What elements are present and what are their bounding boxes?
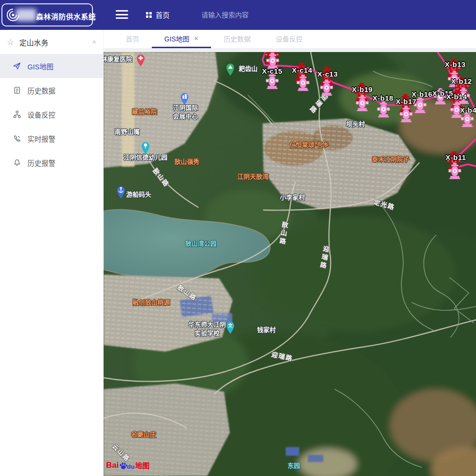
bell-icon — [13, 159, 21, 167]
tab-1[interactable]: GIS地图✕ — [152, 30, 211, 48]
map-label: 融创敔山桃源 — [132, 298, 170, 307]
sidebar-item-label: 历史数据 — [27, 85, 55, 95]
sidebar-item-2[interactable]: 设备反控 — [0, 102, 103, 126]
tab-label: 设备反控 — [276, 34, 303, 43]
sidebar-item-label: 历史报警 — [27, 158, 55, 168]
hydrant-marker-label[interactable]: X-b19 — [352, 85, 372, 93]
map-label: 江阴天敔湾 — [237, 172, 268, 181]
satellite-imagery — [104, 52, 476, 476]
baidu-logo-text-du: du — [127, 463, 134, 470]
hydrant-icon-pink[interactable] — [398, 106, 414, 123]
breadcrumb-home[interactable]: 首页 — [146, 10, 170, 20]
app-logo: 森林消防供水系统 — [1, 3, 93, 26]
tab-close-icon[interactable]: ✕ — [194, 35, 198, 42]
sidebar-group-dingshan[interactable]: ☆ 定山水务 ∧ — [0, 30, 103, 54]
chevron-up-icon[interactable]: ∧ — [92, 39, 96, 44]
gis-map[interactable]: X-c15X-c14X-c13X-b19X-b18X-b17X-b16X-b15… — [104, 52, 476, 476]
map-label: 敔山嶺秀 — [174, 158, 199, 166]
map-label: 敔山湾公园 — [185, 239, 216, 248]
menu-toggle-icon[interactable] — [116, 10, 128, 20]
tab-2[interactable]: 历史数据 — [211, 30, 263, 48]
map-label: 藏品裕院 — [132, 107, 157, 116]
hydrant-icon-pink[interactable] — [355, 94, 370, 112]
tab-label: GIS地图 — [164, 34, 189, 43]
hydrant-marker-label[interactable]: X-c13 — [317, 70, 338, 78]
hydrant-marker-label[interactable]: X-b18 — [372, 94, 393, 102]
map-label: 小李家村 — [280, 193, 305, 202]
hydrant-marker-label[interactable]: X-b4 — [460, 106, 476, 114]
map-label: 游船码头 — [126, 190, 151, 199]
tab-0[interactable]: 首页 — [113, 30, 152, 48]
map-label: 东园 — [288, 462, 300, 470]
tab-label: 首页 — [126, 34, 139, 43]
sidebar-item-0[interactable]: GIS地图 — [0, 54, 103, 78]
hydrant-marker-label[interactable]: X-b17 — [396, 97, 416, 106]
hydrant-icon-pink[interactable] — [295, 74, 311, 92]
breadcrumb-label: 首页 — [156, 10, 170, 20]
hydrant-marker-label[interactable]: X-b11 — [446, 153, 466, 161]
org-icon — [13, 110, 21, 119]
anchor-pin — [116, 185, 126, 199]
map-label: 名豪山庄 — [131, 430, 156, 439]
hydrant-marker-label[interactable]: X-b13 — [445, 60, 465, 68]
send-icon — [13, 62, 21, 70]
app-header: 森林消防供水系统 首页 — [0, 0, 476, 30]
hydrant-icon-pink[interactable] — [319, 79, 334, 96]
map-label: 江阴信德幼儿园 — [123, 153, 167, 162]
sidebar-group-label: 定山水务 — [19, 37, 48, 47]
hydrant-icon-pink[interactable] — [376, 101, 391, 118]
svg-text:文: 文 — [227, 323, 233, 328]
map-label: 江阴国际 会展中心 — [173, 104, 198, 121]
mountain-pin — [225, 63, 235, 76]
hydrant-marker-label[interactable]: X-b12 — [451, 77, 472, 85]
school-pin: 文 — [225, 321, 235, 334]
map-label: 仁恒棠颂·吾乡 — [290, 141, 329, 149]
map-label: 南野山嘴 — [115, 128, 140, 136]
map-label: 耙齿山 — [238, 65, 257, 73]
logo-redacted-blur — [16, 9, 36, 21]
baidu-logo-text: Bai — [106, 461, 119, 470]
baidu-map-logo: Bai du 地图 — [106, 460, 149, 470]
map-label: 钱家村 — [257, 326, 276, 334]
map-label: 华东师大江阴 实验学校 — [188, 320, 226, 338]
sidebar-item-label: GIS地图 — [27, 61, 53, 71]
hydrant-marker-label[interactable]: X-c14 — [292, 66, 313, 74]
sidebar-item-4[interactable]: 历史报警 — [0, 150, 103, 174]
hydrant-marker-label[interactable]: X-b16 — [411, 90, 432, 98]
search-input[interactable] — [200, 8, 284, 22]
map-label: 坝头村 — [346, 120, 365, 129]
hydrant-marker-label[interactable]: X-c15 — [262, 67, 283, 75]
balloon-pin — [141, 141, 150, 155]
tab-3[interactable]: 设备反控 — [263, 30, 315, 48]
phone-icon — [13, 134, 21, 143]
tab-bar: 首页GIS地图✕历史数据设备反控 — [104, 30, 476, 48]
hydrant-marker-label[interactable]: X-b14 — [446, 93, 467, 101]
baidu-logo-text-map: 地图 — [135, 460, 149, 470]
content-divider — [104, 48, 476, 52]
grid-icon — [146, 12, 152, 18]
hydrant-icon-pink[interactable] — [447, 162, 463, 180]
sidebar-item-1[interactable]: 历史数据 — [0, 78, 103, 102]
map-label: 泰禾江阴院子 — [372, 155, 410, 164]
hospital-pin — [136, 53, 145, 67]
sidebar-item-label: 实时报警 — [27, 133, 55, 144]
sidebar-item-3[interactable]: 实时报警 — [0, 126, 103, 150]
favorite-star-icon: ☆ — [7, 38, 14, 46]
document-icon — [13, 86, 21, 94]
app-title: 森林消防供水系统 — [36, 11, 96, 21]
map-label: 林康复医院 — [104, 55, 132, 64]
sidebar-item-label: 设备反控 — [27, 109, 55, 119]
tab-label: 历史数据 — [224, 34, 251, 43]
sidebar: ☆ 定山水务 ∧ GIS地图历史数据设备反控实时报警历史报警 — [0, 30, 104, 476]
